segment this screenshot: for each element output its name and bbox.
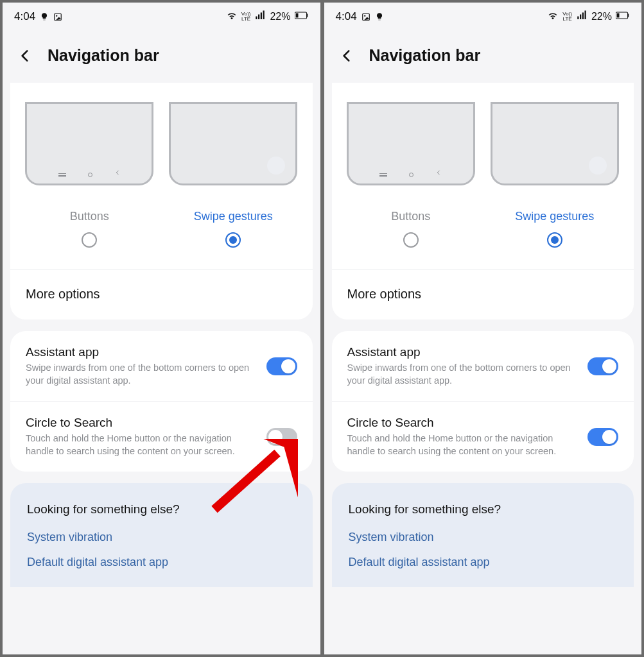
recents-icon <box>379 173 387 177</box>
setting-title: Circle to Search <box>26 416 257 430</box>
toggle-switch[interactable] <box>587 357 618 375</box>
toggles-card: Assistant app Swipe inwards from one of … <box>332 331 634 472</box>
signal-icon <box>254 10 266 24</box>
toggle-switch[interactable] <box>266 357 297 375</box>
page-header: Navigation bar <box>324 31 642 83</box>
recents-icon <box>58 173 66 177</box>
footer-link[interactable]: Default digital assistant app <box>349 556 618 569</box>
footer-title: Looking for something else? <box>27 502 296 516</box>
battery-icon <box>295 11 309 22</box>
wifi-icon <box>226 10 238 24</box>
nav-type-card: Buttons Swipe gestures More options <box>10 83 313 320</box>
radio-button[interactable] <box>547 232 562 248</box>
footer-card: Looking for something else?System vibrat… <box>332 483 634 587</box>
nav-type-option-buttons[interactable]: Buttons <box>25 102 153 248</box>
preview-gestures <box>169 102 297 185</box>
footer-link[interactable]: Default digital assistant app <box>27 556 296 569</box>
svg-rect-18 <box>617 13 620 18</box>
nav-type-option-gestures[interactable]: Swipe gestures <box>169 102 297 248</box>
svg-rect-17 <box>628 13 629 17</box>
preview-buttons <box>25 102 153 185</box>
svg-rect-3 <box>258 15 259 20</box>
setting-row[interactable]: Circle to Search Touch and hold the Home… <box>332 401 634 472</box>
footer-title: Looking for something else? <box>349 502 618 516</box>
page-header: Navigation bar <box>3 31 320 83</box>
preview-gestures <box>491 102 619 185</box>
preview-buttons <box>347 102 475 185</box>
radio-button[interactable] <box>82 232 97 248</box>
battery-percent: 22% <box>591 11 612 22</box>
nav-type-label: Swipe gestures <box>491 210 619 223</box>
setting-row[interactable]: Assistant app Swipe inwards from one of … <box>332 331 634 401</box>
toggle-switch[interactable] <box>266 428 297 446</box>
gesture-dot-icon <box>267 157 285 175</box>
svg-rect-15 <box>584 11 586 20</box>
radio-button[interactable] <box>403 232 419 248</box>
back-icon <box>435 169 442 177</box>
image-icon <box>53 12 62 21</box>
setting-subtitle: Touch and hold the Home button or the na… <box>26 432 257 457</box>
phone-screen: 4:04 Vo))LTE 22% Navigation bar <box>324 3 642 654</box>
status-bar: 4:04 Vo))LTE 22% <box>324 3 642 31</box>
home-icon <box>409 173 413 177</box>
bulb-icon <box>375 12 384 21</box>
status-bar: 4:04 Vo))LTE 22% <box>3 3 320 31</box>
svg-rect-7 <box>306 13 308 17</box>
svg-rect-2 <box>256 17 257 20</box>
phone-screen: 4:04 Vo))LTE 22% Navigation bar <box>3 3 320 654</box>
back-button[interactable] <box>338 47 355 64</box>
svg-point-11 <box>364 15 365 16</box>
radio-button[interactable] <box>225 232 241 248</box>
volte-icon: Vo))LTE <box>562 12 572 22</box>
nav-type-label: Buttons <box>25 210 153 223</box>
page-title: Navigation bar <box>48 46 159 65</box>
nav-type-label: Buttons <box>347 210 475 223</box>
footer-card: Looking for something else?System vibrat… <box>10 483 313 587</box>
image-icon <box>361 12 370 21</box>
nav-type-option-buttons[interactable]: Buttons <box>347 102 475 248</box>
svg-rect-8 <box>295 13 298 18</box>
svg-point-1 <box>56 15 57 16</box>
footer-link[interactable]: System vibration <box>27 531 296 544</box>
battery-percent: 22% <box>270 11 290 22</box>
toggles-card: Assistant app Swipe inwards from one of … <box>10 331 313 472</box>
battery-icon <box>616 11 630 22</box>
page-title: Navigation bar <box>369 46 481 65</box>
setting-row[interactable]: Circle to Search Touch and hold the Home… <box>10 401 313 472</box>
svg-rect-5 <box>263 11 265 20</box>
more-options-row[interactable]: More options <box>332 269 634 320</box>
toggle-switch[interactable] <box>587 428 618 446</box>
nav-type-option-gestures[interactable]: Swipe gestures <box>491 102 619 248</box>
setting-subtitle: Touch and hold the Home button or the na… <box>347 432 579 457</box>
status-time: 4:04 <box>336 10 357 23</box>
status-time: 4:04 <box>14 10 35 23</box>
bulb-icon <box>40 12 49 21</box>
setting-subtitle: Swipe inwards from one of the bottom cor… <box>347 362 579 387</box>
setting-subtitle: Swipe inwards from one of the bottom cor… <box>26 362 257 387</box>
svg-rect-14 <box>582 13 584 20</box>
svg-rect-13 <box>580 15 581 20</box>
wifi-icon <box>547 10 559 24</box>
setting-row[interactable]: Assistant app Swipe inwards from one of … <box>10 331 313 401</box>
back-button[interactable] <box>17 47 33 64</box>
signal-icon <box>576 10 587 24</box>
footer-link[interactable]: System vibration <box>349 531 618 544</box>
setting-title: Circle to Search <box>347 416 579 430</box>
back-icon <box>114 169 121 177</box>
more-options-row[interactable]: More options <box>10 269 313 320</box>
setting-title: Assistant app <box>347 345 579 359</box>
setting-title: Assistant app <box>26 345 257 359</box>
gesture-dot-icon <box>589 157 607 175</box>
home-icon <box>88 173 92 177</box>
svg-rect-12 <box>577 17 579 20</box>
svg-rect-4 <box>261 13 262 20</box>
nav-type-label: Swipe gestures <box>169 210 297 223</box>
nav-type-card: Buttons Swipe gestures More options <box>332 83 634 320</box>
volte-icon: Vo))LTE <box>241 12 251 22</box>
